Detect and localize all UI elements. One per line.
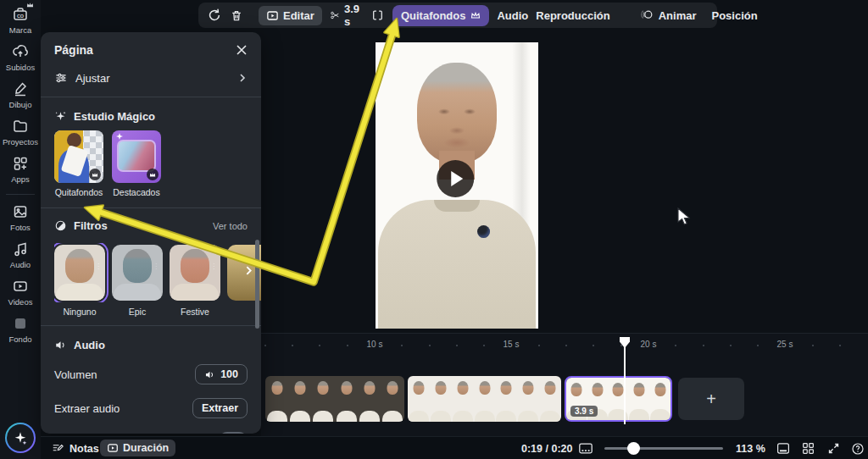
- edit-button[interactable]: Editar: [259, 6, 322, 25]
- clip-frame: [430, 376, 452, 422]
- animate-button[interactable]: Animar: [641, 8, 697, 22]
- volume-button[interactable]: 100: [195, 364, 248, 384]
- ruler-tick: [347, 345, 348, 346]
- filter-epic[interactable]: ⋮: [112, 245, 163, 301]
- filter-festive[interactable]: ⋮: [170, 245, 220, 301]
- notes-button[interactable]: Notas: [51, 437, 99, 459]
- grid-view-icon[interactable]: [802, 437, 815, 459]
- sidebar-item-audio[interactable]: Audio: [0, 241, 41, 269]
- voice-enhance-toggle[interactable]: [219, 432, 248, 434]
- fullscreen-icon[interactable]: [827, 437, 840, 459]
- presenter-view-icon[interactable]: [776, 437, 790, 459]
- playhead-line: [624, 346, 626, 424]
- duration-button[interactable]: Duración: [100, 440, 175, 456]
- ruler-tick: [675, 345, 676, 346]
- extract-audio-button[interactable]: Extraer: [192, 398, 248, 418]
- timeline-zoom-slider[interactable]: [604, 437, 723, 459]
- filter-label: Ninguno: [54, 307, 105, 317]
- sidebar-item-marca[interactable]: CO Marca: [0, 6, 41, 35]
- trash-icon[interactable]: [230, 8, 243, 23]
- premium-crown-icon: [26, 2, 34, 8]
- ruler-label: 25 s: [777, 340, 793, 349]
- animate-icon: [641, 8, 654, 22]
- filters-scroll-right-chevron[interactable]: [243, 265, 254, 276]
- music-note-icon: [12, 241, 29, 257]
- premium-crown-badge: [147, 169, 159, 180]
- ruler-tick: [839, 345, 841, 346]
- quitafondos-button-label: Quitafondos: [401, 9, 466, 22]
- person-sweater: [378, 200, 536, 329]
- magic-thumb-label: Quitafondos: [54, 187, 103, 197]
- sidebar-item-fotos[interactable]: Fotos: [0, 203, 41, 232]
- see-all-link[interactable]: Ver todo: [213, 221, 248, 231]
- filter-ninguno[interactable]: ⋮: [54, 245, 105, 301]
- edit-button-label: Editar: [283, 9, 314, 22]
- sidebar-item-apps[interactable]: Apps: [0, 155, 41, 184]
- close-icon[interactable]: [236, 44, 248, 56]
- ruler-tick: [757, 345, 759, 346]
- timeline-view-icon[interactable]: [578, 437, 593, 459]
- sidebar-item-fondo[interactable]: Fondo: [0, 315, 41, 344]
- cloud-upload-icon: [12, 43, 29, 60]
- clip-frame: [288, 376, 311, 422]
- video-icon: [12, 278, 29, 295]
- thumb-photo: [117, 140, 156, 172]
- magic-studio-title: Estudio Mágico: [74, 110, 155, 123]
- timeline[interactable]: 10 s 15 s 20 s 25 s 3.9 s +: [261, 333, 868, 437]
- quitafondos-button[interactable]: Quitafondos: [392, 5, 490, 26]
- ruler-label: 15 s: [504, 340, 520, 349]
- magic-destacados-thumb[interactable]: [112, 130, 161, 183]
- sidebar-item-dibujo[interactable]: Dibujo: [0, 80, 41, 109]
- loop-icon[interactable]: [207, 8, 222, 23]
- timeline-clip-3-selected[interactable]: 3.9 s: [565, 376, 672, 422]
- sidebar-item-proyectos[interactable]: Proyectos: [0, 118, 41, 147]
- position-button[interactable]: Posición: [712, 9, 758, 22]
- sidebar-item-videos[interactable]: Videos: [0, 278, 41, 307]
- zoom-slider-track[interactable]: [604, 447, 723, 450]
- audio-tab[interactable]: Audio: [497, 9, 528, 22]
- volume-label: Volumen: [54, 368, 97, 381]
- magic-thumb-label: Destacados: [112, 187, 161, 197]
- trim-duration-button[interactable]: 3.9 s: [330, 3, 363, 28]
- magic-assistant-button[interactable]: [5, 423, 36, 453]
- background-icon: [12, 315, 29, 332]
- mouse-cursor: [678, 208, 689, 224]
- playhead-handle[interactable]: [620, 337, 630, 348]
- clip-frame: [381, 376, 404, 422]
- ruler-tick: [593, 345, 594, 346]
- adjust-row[interactable]: Ajustar: [41, 64, 261, 91]
- ruler-tick: [264, 345, 266, 346]
- add-clip-button[interactable]: +: [678, 378, 744, 420]
- help-icon[interactable]: [851, 437, 865, 459]
- sidebar-divider: [6, 194, 35, 195]
- magic-sparkle-icon: [54, 110, 67, 123]
- play-button[interactable]: [437, 160, 474, 197]
- split-page-icon[interactable]: [370, 8, 385, 22]
- ruler-label: 10 s: [367, 340, 383, 349]
- clip-frame: [649, 378, 670, 420]
- extract-button-label: Extraer: [202, 402, 238, 414]
- panel-scrollbar-thumb[interactable]: [255, 240, 259, 329]
- sidebar-item-subidos[interactable]: Subidos: [0, 43, 41, 72]
- overflow-dots: ⋮: [210, 265, 217, 268]
- filters-header: Filtros: [54, 219, 108, 232]
- playback-tab[interactable]: Reproducción: [536, 9, 609, 22]
- bottom-bar: Notas Duración 0:19 / 0:20 113 %: [41, 436, 868, 459]
- clip-frame: [265, 376, 288, 422]
- magic-quitafondos-thumb[interactable]: [54, 130, 103, 183]
- timeline-clip-2[interactable]: [408, 376, 561, 422]
- draw-icon: [12, 80, 29, 97]
- zoom-slider-knob[interactable]: [627, 442, 640, 455]
- ruler-label: 20 s: [641, 340, 657, 349]
- video-canvas[interactable]: [376, 42, 538, 329]
- clip-frame: [539, 376, 561, 422]
- animate-label: Animar: [659, 9, 697, 22]
- premium-crown-badge: [89, 169, 101, 180]
- chevron-right-icon: [237, 73, 248, 83]
- clip-frame: [452, 376, 474, 422]
- clip-frame: [408, 376, 430, 422]
- clip-frame: [629, 378, 650, 420]
- sparkle-icon: [13, 430, 28, 445]
- timeline-clip-1[interactable]: [265, 376, 404, 422]
- adjust-label: Ajustar: [75, 72, 109, 85]
